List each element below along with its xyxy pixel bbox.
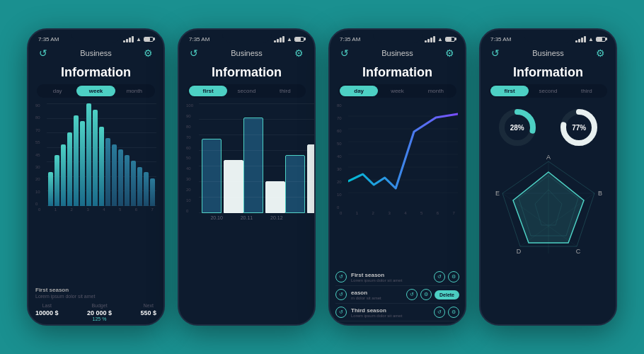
donut-1-label: 28% [510, 124, 524, 132]
tab-bar-2: first second third [188, 84, 306, 98]
svg-text:C: C [575, 248, 580, 255]
tab-bar-1: day week month [37, 84, 155, 98]
phones-container: 7:35 AM ▲ ↺ Business ⚙ Information day w… [13, 14, 631, 340]
battery-1 [144, 37, 154, 42]
season-icon-1: ↺ [335, 271, 347, 282]
donut-2-label: 77% [572, 124, 586, 132]
season-item-2: ↺ eason m dolor sit amet ↺ ⚙ Delete [335, 286, 459, 304]
battery-2 [294, 37, 304, 42]
season-item-1: ↺ First season Lorem ipsum dolor sit ame… [335, 268, 459, 286]
tab-first-4[interactable]: first [490, 86, 529, 96]
settings-icon-2[interactable]: ⚙ [293, 47, 306, 59]
settings-btn-3[interactable]: ⚙ [448, 307, 459, 318]
settings-btn-2[interactable]: ⚙ [420, 289, 432, 300]
tab-week-3[interactable]: week [378, 86, 416, 96]
x-axis-1: 01234567 [35, 206, 156, 212]
clock-icon-3: ↺ [338, 47, 351, 59]
svg-text:E: E [495, 190, 499, 197]
tab-third-2[interactable]: third [266, 86, 304, 96]
info-title-2: Information [179, 62, 314, 84]
tab-third-4[interactable]: third [568, 86, 606, 96]
settings-icon-1[interactable]: ⚙ [142, 47, 155, 59]
settings-btn-1[interactable]: ⚙ [448, 271, 459, 282]
line-chart-svg [348, 103, 458, 210]
notch-2 [222, 30, 272, 42]
tab-week-1[interactable]: week [76, 86, 115, 96]
delete-button[interactable]: Delete [435, 290, 459, 299]
phone-2: 7:35 AM ▲ ↺ Business ⚙ Information first… [178, 28, 316, 326]
chart-area-1: 90807055453020100 [28, 103, 163, 282]
status-icons-1: ▲ [123, 36, 154, 42]
season-icon-3: ↺ [335, 307, 347, 318]
tab-second-4[interactable]: second [529, 86, 567, 96]
donut-2: 77% [558, 106, 600, 149]
radar-svg: A B C D E [492, 154, 605, 261]
refresh-btn-3[interactable]: ↺ [434, 307, 445, 318]
header-2: ↺ Business ⚙ [179, 45, 314, 62]
notch-1 [71, 30, 121, 42]
header-3: ↺ Business ⚙ [330, 45, 465, 62]
tab-day-1[interactable]: day [38, 86, 76, 96]
notch-3 [373, 30, 422, 42]
season-3-desc: Lorem ipsum dolor sit amet [351, 314, 402, 318]
phone-4: 7:35 AM ▲ ↺ Business ⚙ Information first… [479, 28, 617, 326]
clock-icon-2: ↺ [188, 47, 200, 59]
season-icon-2: ↺ [335, 289, 347, 300]
season-1-title: First season [351, 272, 402, 278]
tab-month-3[interactable]: month [417, 86, 455, 96]
info-title-1: Information [28, 62, 163, 84]
tab-first-2[interactable]: first [189, 86, 227, 96]
season-3-title: Third season [351, 307, 402, 314]
y-axis-2: 1009080706050403020100 [186, 103, 199, 213]
refresh-btn-1[interactable]: ↺ [434, 271, 445, 282]
tab-bar-3: day week month [338, 84, 456, 98]
tab-bar-4: first second third [489, 84, 607, 98]
tab-month-1[interactable]: month [115, 86, 154, 96]
wifi-icon-3: ▲ [437, 36, 443, 42]
radar-wrap: A B C D E [481, 154, 616, 261]
chart-area-3: 80706050403020100 [330, 103, 465, 266]
x-axis-2: 20.10 20.11 20.12 [186, 213, 307, 220]
settings-icon-3[interactable]: ⚙ [444, 47, 456, 59]
stats-section-1: First season Lorem ipsum dolor sit amet … [28, 282, 163, 324]
svg-marker-18 [513, 172, 584, 243]
battery-4 [596, 37, 606, 42]
stat-next: Next 550 $ [140, 303, 156, 321]
header-title-2: Business [231, 49, 263, 57]
clock-icon-1: ↺ [37, 47, 50, 59]
stats-row-1: Last 10000 $ Budget 20 000 $ 125 % Next … [35, 303, 156, 321]
notch-4 [524, 30, 573, 42]
time-4: 7:35 AM [490, 36, 511, 42]
svg-text:D: D [516, 248, 521, 255]
header-title-4: Business [532, 49, 564, 57]
season-title-1: First season [35, 287, 156, 293]
season-list-3: ↺ First season Lorem ipsum dolor sit ame… [330, 266, 465, 324]
svg-text:B: B [598, 190, 602, 197]
header-title-1: Business [80, 49, 112, 57]
info-title-4: Information [481, 62, 616, 84]
settings-icon-4[interactable]: ⚙ [594, 47, 607, 59]
battery-3 [445, 37, 455, 42]
season-2-title: eason [351, 290, 381, 296]
refresh-btn-2[interactable]: ↺ [406, 289, 418, 300]
time-1: 7:35 AM [38, 36, 59, 42]
stat-budget: Budget 20 000 $ 125 % [87, 303, 112, 321]
phone-1: 7:35 AM ▲ ↺ Business ⚙ Information day w… [27, 28, 165, 326]
phone-3: 7:35 AM ▲ ↺ Business ⚙ Information day w… [328, 28, 466, 326]
x-axis-3: 01234567 [337, 210, 458, 215]
header-4: ↺ Business ⚙ [481, 45, 616, 62]
y-axis-1: 90807055453020100 [35, 103, 47, 206]
time-2: 7:35 AM [189, 36, 209, 42]
tab-day-3[interactable]: day [340, 86, 378, 96]
season-desc-1: Lorem ipsum dolor sit amet [35, 294, 156, 299]
y-axis-3: 80706050403020100 [337, 103, 348, 210]
info-title-3: Information [330, 62, 465, 84]
season-item-3: ↺ Third season Lorem ipsum dolor sit ame… [335, 304, 459, 321]
stat-last: Last 10000 $ [35, 303, 59, 321]
chart-area-2: 1009080706050403020100 [179, 103, 314, 220]
season-2-desc: m dolor sit amet [351, 296, 381, 300]
tab-second-2[interactable]: second [227, 86, 265, 96]
wifi-icon-2: ▲ [287, 36, 292, 42]
donut-row: 28% 77% [481, 103, 616, 154]
time-3: 7:35 AM [340, 36, 360, 42]
